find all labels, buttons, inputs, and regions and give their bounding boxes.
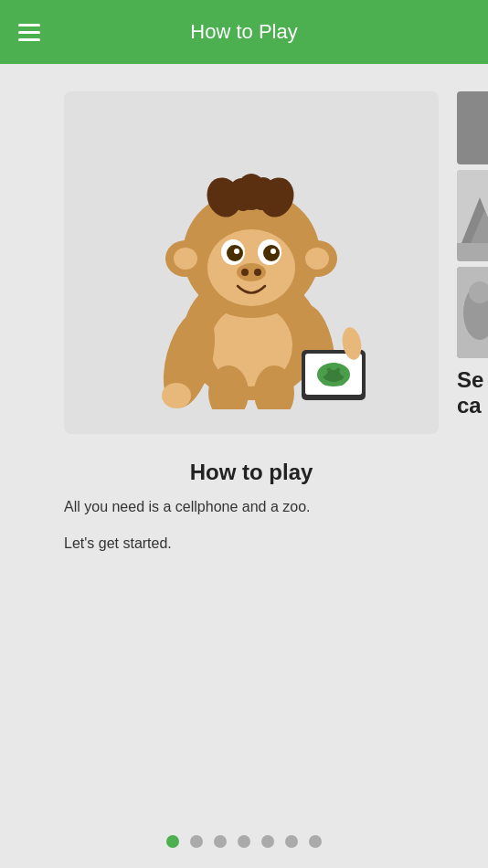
dot-7[interactable]: [309, 835, 322, 848]
svg-point-23: [162, 383, 191, 408]
monkey-illustration: [123, 117, 379, 409]
next-slide-title-peek: Se: [457, 367, 488, 393]
app-header: How to Play: [0, 0, 488, 64]
svg-point-4: [174, 248, 197, 270]
slide-title: How to play: [190, 460, 313, 485]
peek-card-2: [457, 170, 488, 261]
svg-point-19: [237, 263, 266, 281]
side-peek-cards: Se ca: [457, 91, 488, 418]
dot-1[interactable]: [166, 835, 179, 848]
dot-2[interactable]: [190, 835, 203, 848]
page-title: How to Play: [190, 20, 297, 44]
svg-point-21: [254, 269, 261, 276]
peek-card-1: [457, 91, 488, 164]
dot-5[interactable]: [261, 835, 274, 848]
peek-card-3: [457, 267, 488, 358]
content-area: How to play All you need is a cellphone …: [0, 64, 488, 868]
svg-rect-39: [457, 243, 488, 261]
dot-3[interactable]: [214, 835, 227, 848]
svg-point-32: [330, 363, 337, 370]
dot-6[interactable]: [285, 835, 298, 848]
carousel[interactable]: How to play All you need is a cellphone …: [0, 91, 488, 555]
pagination-dots: [0, 835, 488, 848]
slide-main: How to play All you need is a cellphone …: [55, 91, 448, 555]
menu-button[interactable]: [18, 24, 40, 41]
svg-point-20: [241, 269, 249, 276]
slide-text-line1: All you need is a cellphone and a zoo.: [55, 496, 448, 518]
slide-image: [64, 91, 439, 434]
slide-text-line2: Let's get started.: [55, 533, 448, 555]
next-slide-subtitle-peek: ca: [457, 393, 488, 418]
dot-4[interactable]: [238, 835, 250, 848]
svg-point-6: [305, 248, 329, 270]
svg-point-17: [234, 249, 239, 254]
svg-point-18: [271, 249, 276, 254]
